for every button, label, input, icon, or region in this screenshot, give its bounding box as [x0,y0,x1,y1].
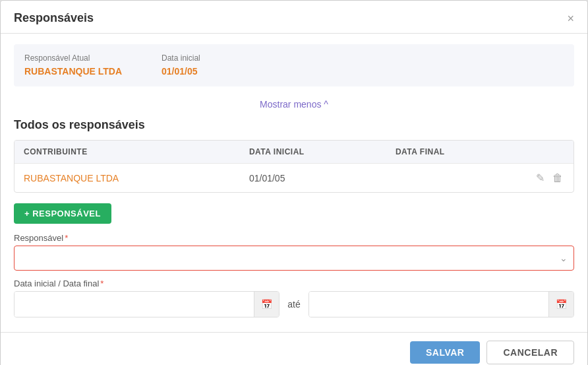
date-end-input[interactable] [309,292,548,317]
cell-actions: ✎ 🗑 [521,164,573,193]
responsible-table-wrap: CONTRIBUINTE DATA INICIAL DATA FINAL RUB… [14,140,574,193]
cell-data-inicial: 01/01/05 [240,164,386,193]
cell-data-final [386,164,521,193]
toggle-link[interactable]: Mostrar menos ^ [260,99,328,110]
modal-title: Responsáveis [14,11,94,25]
date-end-wrap: 📅 [309,291,574,317]
date-range-label: Data inicial / Data final* [14,279,574,288]
responsible-form-group: Responsável* ⌄ [14,233,574,271]
current-info-box: Responsável Atual RUBASTANQUE LTDA Data … [14,44,574,86]
cell-contribuinte: RUBASTANQUE LTDA [15,164,240,193]
col-data-final: DATA FINAL [386,141,521,164]
date-range-inputs: 📅 até 📅 [14,291,574,317]
col-actions [521,141,573,164]
date-start-input[interactable] [15,292,254,317]
responsible-select-wrap: ⌄ [14,246,574,271]
date-start-wrap: 📅 [14,291,279,317]
modal-header: Responsáveis × [1,1,587,34]
responsible-field-label: Responsável* [14,233,574,243]
modal-body: Responsável Atual RUBASTANQUE LTDA Data … [1,34,587,332]
cancel-button[interactable]: CANCELAR [486,341,574,364]
close-button[interactable]: × [567,13,574,24]
modal-footer: SALVAR CANCELAR [1,332,587,365]
col-data-inicial: DATA INICIAL [240,141,386,164]
responsible-atual-value: RUBASTANQUE LTDA [24,66,122,77]
data-inicial-group: Data inicial 01/01/05 [162,53,200,77]
date-range-form-group: Data inicial / Data final* 📅 até 📅 [14,279,574,317]
col-contribuinte: CONTRIBUINTE [15,141,240,164]
responsaveis-modal: Responsáveis × Responsável Atual RUBASTA… [0,0,588,365]
responsible-table: CONTRIBUINTE DATA INICIAL DATA FINAL RUB… [15,141,573,192]
ate-label: até [279,299,308,310]
save-button[interactable]: SALVAR [410,341,480,364]
responsible-atual-group: Responsável Atual RUBASTANQUE LTDA [24,53,122,77]
table-header: CONTRIBUINTE DATA INICIAL DATA FINAL [15,141,573,164]
responsible-select[interactable] [14,246,574,271]
responsible-required-star: * [65,233,68,243]
table-body: RUBASTANQUE LTDA 01/01/05 ✎ 🗑 [15,164,573,193]
add-responsible-button[interactable]: + RESPONSÁVEL [14,203,111,224]
delete-button[interactable]: 🗑 [551,171,564,185]
edit-button[interactable]: ✎ [535,170,546,185]
responsible-atual-label: Responsável Atual [24,53,122,63]
table-row: RUBASTANQUE LTDA 01/01/05 ✎ 🗑 [15,164,573,193]
date-required-star: * [100,279,103,288]
calendar-end-button[interactable]: 📅 [548,292,573,317]
calendar-start-button[interactable]: 📅 [254,292,279,317]
all-responsible-title: Todos os responsáveis [14,118,574,132]
data-inicial-label: Data inicial [162,53,200,63]
data-inicial-value: 01/01/05 [162,66,198,77]
toggle-link-wrap: Mostrar menos ^ [14,93,574,118]
